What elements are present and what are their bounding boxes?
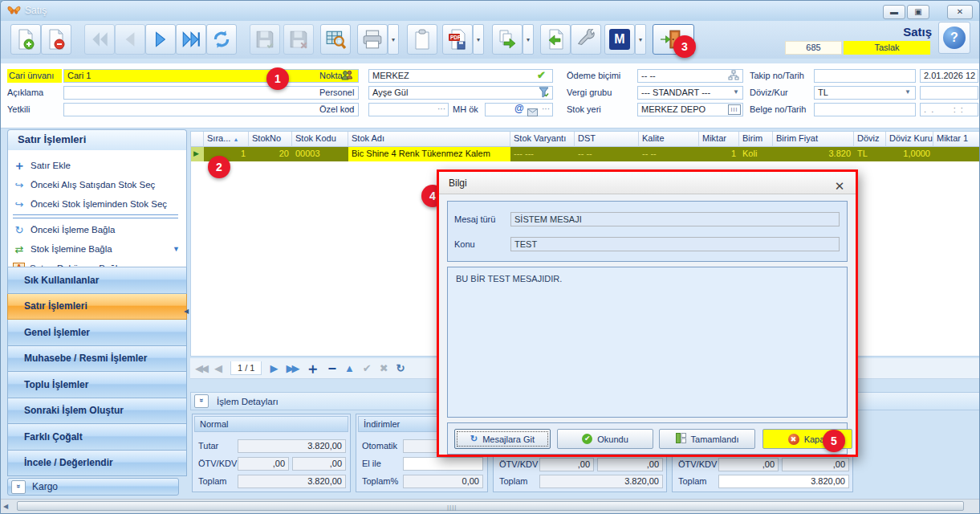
scrollbar-thumb[interactable]: |||| <box>17 501 964 511</box>
customer-lookup-icon[interactable] <box>341 70 353 84</box>
dialog-title-bar[interactable]: Bilgi ✕ <box>439 172 856 194</box>
col-stok-kodu[interactable]: Stok Kodu <box>292 132 348 147</box>
takip-no-field[interactable] <box>814 69 916 83</box>
mail-view-icon[interactable] <box>527 105 538 120</box>
nav-prev-icon[interactable]: ◀ <box>214 361 222 377</box>
vergi-grubu-select[interactable]: --- STANDART --- <box>637 86 743 100</box>
splitter-collapse-arrow[interactable]: ◀ <box>184 308 189 315</box>
accordion-sik-kullanilanlar[interactable]: Sık Kullanılanlar <box>7 267 187 294</box>
accordion-farkli-cogalt[interactable]: Farklı Çoğalt <box>7 424 187 451</box>
col-birim[interactable]: Birim <box>739 132 773 147</box>
print-dropdown[interactable]: ▾ <box>388 24 399 55</box>
save-close-button[interactable] <box>283 24 314 55</box>
new-record-button[interactable] <box>10 24 41 55</box>
scroll-more-icon[interactable]: ▼ <box>173 245 180 253</box>
preview-button[interactable] <box>320 24 351 55</box>
vergi-grubu-dropdown-icon[interactable]: ▼ <box>733 88 739 96</box>
ozel-kod-ellipsis-button[interactable]: ··· <box>437 104 445 113</box>
tarih-field[interactable]: 2.01.2026 12 <box>920 69 978 83</box>
sidebar-item-onceki-isleme-bagla[interactable]: ↻ Önceki İşleme Bağla <box>13 221 181 239</box>
personel-field[interactable]: Ayşe Gül <box>368 86 553 100</box>
stok-yeri-lookup-icon[interactable]: III <box>728 104 741 115</box>
col-doviz-kuru[interactable]: Döviz Kuru <box>886 132 933 147</box>
horizontal-scrollbar[interactable]: ◀ |||| <box>1 499 980 513</box>
close-button[interactable]: ✕ <box>947 5 973 19</box>
nav-last-icon[interactable]: ▶▶ <box>286 361 297 377</box>
accordion-satir-islemleri[interactable]: Satır İşlemleri <box>7 294 187 320</box>
kargo-panel-header[interactable]: » Kargo <box>7 478 179 496</box>
print-button[interactable] <box>357 24 388 55</box>
col-miktar[interactable]: Miktar <box>699 132 739 147</box>
accordion-genel-islemler[interactable]: Genel İşlemler <box>7 320 187 346</box>
kur-field[interactable] <box>920 86 978 100</box>
belge-no-field[interactable] <box>814 103 916 116</box>
payment-tree-icon[interactable] <box>728 70 739 84</box>
at-sign-icon[interactable]: @ <box>514 103 524 114</box>
settings-wrench-button[interactable] <box>571 24 601 55</box>
minimize-button[interactable]: ▬ <box>883 5 905 19</box>
nav-first-icon[interactable]: ◀◀ <box>195 361 206 377</box>
row-add-icon[interactable]: ＋ <box>305 361 319 377</box>
nav-next-icon[interactable]: ▶ <box>270 361 278 377</box>
mh-ok-ellipsis-button[interactable]: ··· <box>542 104 550 113</box>
row-commit-icon[interactable]: ✔ <box>363 361 372 377</box>
pdf-export-button[interactable]: PDF <box>442 24 473 55</box>
sidebar-item-stok-islemine-bagla[interactable]: ⇄ Stok İşlemine Bağla ▼ <box>13 240 181 258</box>
ozel-kod-field[interactable] <box>368 103 449 116</box>
sidebar-item-satira-dokuman-bagla[interactable]: A Satıra Doküman Bağla <box>13 259 181 267</box>
col-stok-varyanti[interactable]: Stok Varyantı <box>510 132 575 147</box>
copy-forward-dropdown[interactable]: ▾ <box>523 24 534 55</box>
row-cancel-icon[interactable]: ✖ <box>380 361 388 377</box>
sidebar-item-onceki-alis-satisdan[interactable]: ↪ Önceki Alış Satışdan Stok Seç <box>13 176 181 194</box>
row-refresh-icon[interactable]: ↻ <box>396 361 405 377</box>
help-button[interactable]: ? <box>938 22 970 54</box>
doviz-kur-select[interactable]: TL <box>814 86 916 100</box>
m-module-button[interactable]: M <box>604 24 635 55</box>
col-doviz[interactable]: Döviz <box>854 132 886 147</box>
pdf-dropdown[interactable]: ▾ <box>473 24 484 55</box>
accordion-toplu-islemler[interactable]: Toplu İşlemler <box>7 372 187 398</box>
row-edit-icon[interactable]: ▲ <box>344 361 355 377</box>
accordion-incele-degerlendir[interactable]: İncele / Değerlendir <box>7 451 187 477</box>
nokta-field[interactable]: MERKEZ <box>368 69 553 83</box>
col-dst[interactable]: DST <box>575 132 639 147</box>
cari-unvani-field[interactable]: Cari 1 <box>63 69 359 83</box>
clipboard-button[interactable] <box>407 24 437 55</box>
aciklama-field[interactable] <box>63 86 359 100</box>
col-kalite[interactable]: Kalite <box>639 132 699 147</box>
import-document-button[interactable] <box>540 24 571 55</box>
row-delete-icon[interactable]: − <box>327 361 336 377</box>
accordion-sonraki-islem[interactable]: Sonraki İşlem Oluştur <box>7 398 187 425</box>
save-button[interactable] <box>250 24 280 55</box>
yetkili-field[interactable] <box>63 103 359 116</box>
doviz-kur-dropdown-icon[interactable]: ▼ <box>905 88 911 96</box>
dialog-close-icon[interactable]: ✕ <box>832 175 848 198</box>
accordion-muhasebe-resmi[interactable]: Muhasebe / Resmi İşlemler <box>7 346 187 373</box>
sidebar-item-onceki-stok-isleminden[interactable]: ↪ Önceki Stok İşleminden Stok Seç <box>13 195 181 213</box>
maximize-button[interactable]: ▣ <box>907 5 929 19</box>
col-miktar-1[interactable]: Miktar 1 <box>933 132 980 147</box>
next-record-button[interactable] <box>145 24 176 55</box>
last-record-button[interactable] <box>176 24 206 55</box>
belge-tarih-field[interactable]: . . : : <box>920 103 978 116</box>
col-birim-fiyat[interactable]: Birim Fiyat <box>773 132 854 147</box>
col-stokno[interactable]: StokNo <box>249 132 292 147</box>
col-stok-adi[interactable]: Stok Adı <box>348 132 510 147</box>
okundu-button[interactable]: ✔ Okundu <box>557 429 653 449</box>
sidebar-item-satir-ekle[interactable]: ＋ Satır Ekle <box>13 157 181 174</box>
refresh-button[interactable] <box>206 24 237 55</box>
scroll-left-arrow[interactable]: ◀ <box>3 503 8 510</box>
selected-grid-row[interactable]: ▶ 1 20 00003 Bic Shine 4 Renk Tükenmez K… <box>191 147 980 161</box>
collapse-chevrons-icon[interactable]: » <box>194 394 209 408</box>
previous-record-button[interactable] <box>115 24 145 55</box>
tamamlandi-button[interactable]: Tamamlandı <box>659 429 755 449</box>
first-record-button[interactable] <box>84 24 115 55</box>
personel-filter-icon[interactable] <box>539 87 549 101</box>
delete-record-button[interactable] <box>41 24 71 55</box>
copy-forward-button[interactable] <box>492 24 523 55</box>
m-module-dropdown[interactable]: ▾ <box>635 24 646 55</box>
el-ile-field[interactable] <box>403 457 483 471</box>
col-sira[interactable]: Sıra... ▲ <box>204 132 249 147</box>
mesajlara-git-button[interactable]: ↻ Mesajlara Git <box>454 429 551 449</box>
expand-chevrons-icon[interactable]: » <box>11 480 26 494</box>
